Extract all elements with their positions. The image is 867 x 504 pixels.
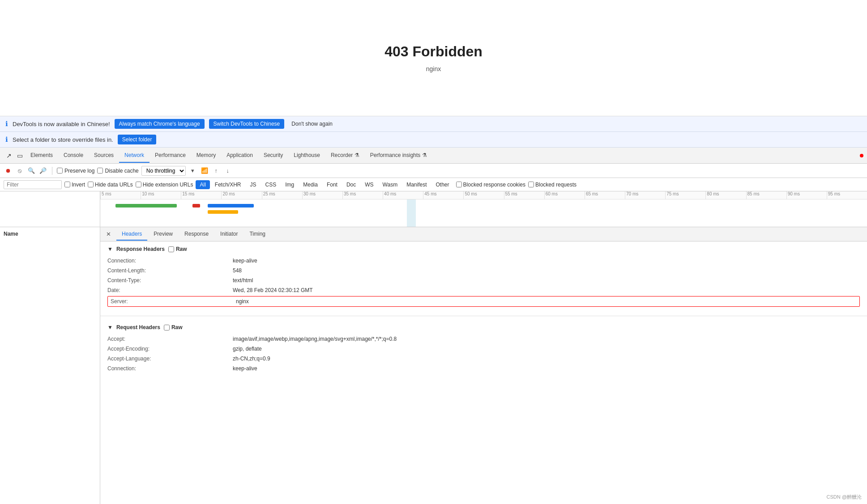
request-raw-checkbox-label[interactable]: Raw bbox=[164, 324, 183, 330]
response-header-value-4: nginx bbox=[236, 298, 857, 305]
filter-row: Invert Hide data URLs Hide extension URL… bbox=[0, 178, 867, 191]
hide-ext-urls-checkbox[interactable] bbox=[136, 182, 141, 187]
tab-lighthouse[interactable]: Lighthouse bbox=[288, 148, 325, 163]
filter-type-wasm[interactable]: Wasm bbox=[379, 180, 402, 189]
inspect-icon[interactable]: ↗ bbox=[4, 150, 14, 161]
response-raw-checkbox[interactable] bbox=[168, 246, 174, 252]
timeline-bar-1 bbox=[115, 204, 177, 208]
lang-notification-text: DevTools is now available in Chinese! bbox=[13, 121, 110, 127]
response-header-value-3: Wed, 28 Feb 2024 02:30:12 GMT bbox=[233, 287, 860, 293]
detail-panel[interactable]: ✕ Headers Preview Response Initiator Tim… bbox=[100, 227, 867, 504]
download-icon[interactable]: ↓ bbox=[223, 166, 232, 175]
switch-devtools-language-button[interactable]: Switch DevTools to Chinese bbox=[209, 119, 285, 129]
tab-network[interactable]: Network bbox=[119, 148, 149, 163]
clear-button[interactable]: ⦸ bbox=[15, 166, 24, 175]
detail-tab-preview[interactable]: Preview bbox=[148, 228, 178, 241]
disable-cache-checkbox[interactable] bbox=[97, 168, 103, 174]
throttle-select[interactable]: No throttling bbox=[141, 166, 186, 176]
filter-type-js[interactable]: JS bbox=[246, 180, 261, 189]
tab-sources[interactable]: Sources bbox=[89, 148, 119, 163]
ruler-mark: 50 ms bbox=[463, 191, 504, 199]
disable-cache-checkbox-label[interactable]: Disable cache bbox=[97, 168, 138, 174]
tab-recorder[interactable]: Recorder ⚗ bbox=[325, 148, 365, 163]
timeline-ruler: 5 ms10 ms15 ms20 ms25 ms30 ms35 ms40 ms4… bbox=[100, 191, 867, 199]
blocked-cookies-checkbox[interactable] bbox=[456, 182, 462, 187]
filter-type-font[interactable]: Font bbox=[323, 180, 342, 189]
name-column-label: Name bbox=[4, 231, 18, 237]
request-raw-checkbox[interactable] bbox=[164, 325, 170, 330]
filter-type-all[interactable]: All bbox=[196, 180, 209, 189]
timeline-area: 5 ms10 ms15 ms20 ms25 ms30 ms35 ms40 ms4… bbox=[0, 191, 867, 227]
preserve-log-checkbox-label[interactable]: Preserve log bbox=[57, 168, 94, 174]
name-column: Name bbox=[0, 227, 100, 504]
detail-tab-initiator[interactable]: Initiator bbox=[215, 228, 243, 241]
filter-type-manifest[interactable]: Manifest bbox=[402, 180, 431, 189]
detail-tab-response[interactable]: Response bbox=[179, 228, 214, 241]
detail-tab-bar: ✕ Headers Preview Response Initiator Tim… bbox=[100, 227, 867, 241]
request-header-name-3: Connection: bbox=[107, 365, 233, 372]
ruler-mark: 95 ms bbox=[827, 191, 867, 199]
response-header-name-4: Server: bbox=[111, 298, 236, 305]
ruler-mark: 80 ms bbox=[705, 191, 746, 199]
detail-tab-headers[interactable]: Headers bbox=[116, 228, 147, 241]
timeline-highlight bbox=[407, 199, 416, 227]
tab-console[interactable]: Console bbox=[58, 148, 89, 163]
filter-type-ws[interactable]: WS bbox=[361, 180, 377, 189]
search-icon[interactable]: 🔎 bbox=[38, 166, 47, 175]
response-raw-checkbox-label[interactable]: Raw bbox=[168, 246, 187, 252]
hide-data-urls-checkbox[interactable] bbox=[88, 182, 94, 187]
filter-input[interactable] bbox=[4, 180, 62, 189]
wifi-icon[interactable]: 📶 bbox=[200, 166, 209, 175]
detail-tab-timing[interactable]: Timing bbox=[244, 228, 271, 241]
request-raw-label: Raw bbox=[171, 324, 183, 330]
request-headers-section: ▼ Request Headers Raw Accept: image/avif… bbox=[100, 320, 867, 378]
timeline-bar-2 bbox=[192, 204, 200, 208]
device-toggle-icon[interactable]: ▭ bbox=[14, 150, 25, 161]
filter-type-css[interactable]: CSS bbox=[261, 180, 281, 189]
blocked-requests-checkbox[interactable] bbox=[528, 182, 534, 187]
dont-show-again-button[interactable]: Don't show again bbox=[289, 119, 335, 129]
blocked-cookies-label[interactable]: Blocked response cookies bbox=[456, 182, 525, 188]
request-header-row-1: Accept-Encoding: gzip, deflate bbox=[107, 344, 860, 354]
filter-type-media[interactable]: Media bbox=[299, 180, 322, 189]
tab-performance-insights[interactable]: Performance insights ⚗ bbox=[365, 148, 432, 163]
hide-ext-urls-label[interactable]: Hide extension URLs bbox=[136, 182, 193, 188]
filter-type-other[interactable]: Other bbox=[432, 180, 453, 189]
filter-type-img[interactable]: Img bbox=[281, 180, 298, 189]
tab-security[interactable]: Security bbox=[258, 148, 288, 163]
request-header-name-0: Accept: bbox=[107, 336, 233, 342]
folder-notification-bar: ℹ Select a folder to store override file… bbox=[0, 132, 867, 148]
select-folder-button[interactable]: Select folder bbox=[118, 135, 157, 144]
ruler-mark: 15 ms bbox=[181, 191, 221, 199]
filter-icon[interactable]: 🔍 bbox=[27, 166, 36, 175]
tab-elements[interactable]: Elements bbox=[25, 148, 58, 163]
record-button[interactable]: ⏺ bbox=[4, 166, 13, 175]
response-header-name-0: Connection: bbox=[107, 258, 233, 264]
timeline-left-panel bbox=[0, 191, 100, 227]
hide-data-urls-label[interactable]: Hide data URLs bbox=[88, 182, 133, 188]
tab-memory[interactable]: Memory bbox=[191, 148, 221, 163]
filter-type-doc[interactable]: Doc bbox=[342, 180, 360, 189]
throttle-dropdown-icon[interactable]: ▾ bbox=[188, 166, 197, 175]
detail-close-button[interactable]: ✕ bbox=[104, 230, 113, 239]
tab-application[interactable]: Application bbox=[221, 148, 258, 163]
always-match-language-button[interactable]: Always match Chrome's language bbox=[115, 119, 205, 129]
upload-icon[interactable]: ↑ bbox=[212, 166, 221, 175]
preserve-log-checkbox[interactable] bbox=[57, 168, 63, 174]
invert-checkbox-label[interactable]: Invert bbox=[64, 182, 85, 188]
request-headers-label: Request Headers bbox=[116, 324, 160, 330]
invert-checkbox[interactable] bbox=[64, 182, 70, 187]
response-header-name-1: Content-Length: bbox=[107, 267, 233, 274]
response-header-row-2: Content-Type: text/html bbox=[107, 275, 860, 285]
error-indicator bbox=[860, 154, 863, 157]
tab-performance[interactable]: Performance bbox=[149, 148, 191, 163]
ruler-mark: 55 ms bbox=[504, 191, 544, 199]
request-header-name-1: Accept-Encoding: bbox=[107, 346, 233, 352]
request-header-row-3: Connection: keep-alive bbox=[107, 364, 860, 373]
response-header-name-2: Content-Type: bbox=[107, 277, 233, 284]
filter-type-fetch-xhr[interactable]: Fetch/XHR bbox=[211, 180, 245, 189]
timeline-bar-4 bbox=[208, 210, 239, 214]
filter-type-buttons: AllFetch/XHRJSCSSImgMediaFontDocWSWasmMa… bbox=[196, 180, 453, 189]
ruler-mark: 45 ms bbox=[423, 191, 463, 199]
blocked-requests-label[interactable]: Blocked requests bbox=[528, 182, 577, 188]
